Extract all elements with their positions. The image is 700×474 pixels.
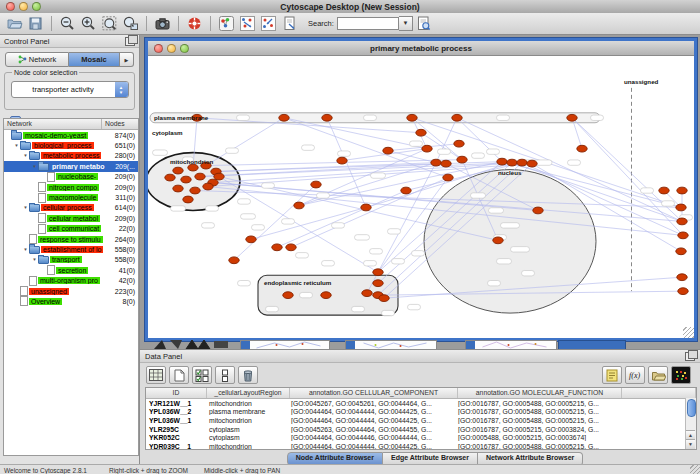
table-row[interactable]: YPL036W__2plasma membrane[GO:0044464, GO… <box>146 408 696 417</box>
app-resize-grip[interactable] <box>690 465 700 474</box>
table-cell[interactable]: [GO:0044464, GO:0044444, GO:0044425, G..… <box>288 417 455 424</box>
expand-arrow-icon[interactable]: ▼ <box>13 143 20 148</box>
column-header[interactable]: annotation.GO CELLULAR_COMPONENT <box>290 388 458 398</box>
network-node[interactable] <box>272 244 282 251</box>
zoom-fit-icon[interactable] <box>100 14 119 33</box>
tree-row[interactable]: ▼cellular process614(0) <box>4 203 138 213</box>
network-canvas[interactable]: plasma membranecytoplasmmitochondrionnuc… <box>148 56 694 338</box>
network-node[interactable] <box>286 244 296 251</box>
network-node[interactable] <box>361 204 371 211</box>
network-node[interactable] <box>279 114 289 121</box>
import-attributes-icon[interactable] <box>648 366 668 384</box>
tree-row[interactable]: cellular metabol209(0) <box>4 213 138 223</box>
network-node[interactable] <box>443 174 453 181</box>
table-cell[interactable]: plasma membrane <box>206 408 288 415</box>
column-header[interactable]: _cellularLayoutRegion <box>207 388 290 398</box>
table-cell[interactable]: [GO:0016787, GO:0005488, GO:0005215, G..… <box>455 408 618 415</box>
tab-mosaic[interactable]: Mosaic <box>69 52 120 67</box>
window-resize-grip[interactable] <box>683 327 694 338</box>
vizmapper-icon[interactable] <box>217 14 236 33</box>
zoom-selected-region-icon[interactable] <box>121 14 140 33</box>
network-node[interactable] <box>441 160 451 167</box>
table-cell[interactable]: YPL036W__1 <box>146 417 206 424</box>
zoom-in-icon[interactable] <box>79 14 98 33</box>
table-cell[interactable]: YDR039C__1 <box>146 443 206 450</box>
network-node[interactable] <box>203 183 213 190</box>
network-node[interactable] <box>493 237 503 244</box>
network-node[interactable] <box>362 290 372 297</box>
network-desktop[interactable]: primary metabolic process plasma membran… <box>140 35 700 349</box>
network-node[interactable] <box>165 174 175 181</box>
network-view-window[interactable]: primary metabolic process plasma membran… <box>145 38 697 341</box>
table-cell[interactable]: YJR121W__1 <box>146 400 206 407</box>
save-session-icon[interactable] <box>26 14 45 33</box>
scroll-down-button[interactable]: ▼ <box>686 439 695 449</box>
table-cell[interactable]: mitochondrion <box>206 400 288 407</box>
attribute-notes-icon[interactable] <box>602 366 622 384</box>
network-node[interactable] <box>677 274 687 281</box>
network-node[interactable] <box>311 181 321 188</box>
network-node[interactable] <box>527 160 537 167</box>
tree-row[interactable]: ▼metabolic process280(0) <box>4 151 138 161</box>
delete-attribute-icon[interactable] <box>238 366 258 384</box>
network-node[interactable] <box>373 269 383 276</box>
table-cell[interactable]: YPL036W__2 <box>146 408 206 415</box>
network-node[interactable] <box>678 288 688 295</box>
network-node[interactable] <box>407 114 417 121</box>
network-node[interactable] <box>416 129 426 136</box>
table-cell[interactable]: [GO:0016787, GO:0005215, GO:0003824, G..… <box>455 426 618 433</box>
region-nucleus[interactable] <box>424 170 596 313</box>
table-cell[interactable]: cytoplasm <box>206 434 288 441</box>
network-node[interactable] <box>322 114 332 121</box>
network-node[interactable] <box>379 295 389 302</box>
tree-row[interactable]: nitrogen compo209(0) <box>4 182 138 192</box>
background-window-thumbnail[interactable] <box>152 340 232 349</box>
table-cell[interactable]: [GO:0045263, GO:0044464, GO:0044455, G..… <box>288 426 455 433</box>
background-window-edge[interactable] <box>558 340 626 349</box>
expand-arrow-icon[interactable]: ▼ <box>22 247 29 252</box>
table-cell[interactable]: [GO:0016787, GO:0005488, GO:0005215, G..… <box>455 443 618 450</box>
expand-arrow-icon[interactable]: ▼ <box>22 153 29 158</box>
search-network-icon[interactable] <box>414 14 433 33</box>
float-panel-icon[interactable] <box>685 352 695 361</box>
network-node[interactable] <box>190 187 200 194</box>
table-row[interactable]: YJR121W__1mitochondrion[GO:0045267, GO:0… <box>146 399 696 408</box>
expand-arrow-icon[interactable]: ▼ <box>31 164 38 169</box>
network-node[interactable] <box>401 187 411 194</box>
tree-row[interactable]: ▼primary metabo209(... <box>4 161 138 171</box>
network-node[interactable] <box>678 232 688 239</box>
network-node[interactable] <box>294 202 304 209</box>
table-row[interactable]: YDR039C__1mitochondrion[GO:0044464, GO:0… <box>146 442 696 450</box>
node-color-dropdown[interactable]: transporter activity ▲▼ <box>11 81 129 98</box>
network-node[interactable] <box>517 159 527 166</box>
column-header[interactable]: ID <box>146 388 207 398</box>
expand-arrow-icon[interactable]: ▼ <box>22 205 29 210</box>
network-node[interactable] <box>181 176 191 183</box>
network-node[interactable] <box>246 236 256 243</box>
table-row[interactable]: YPL036W__1mitochondrion[GO:0044464, GO:0… <box>146 416 696 425</box>
network-node[interactable] <box>457 156 467 163</box>
table-row[interactable]: YKR052Ccytoplasm[GO:0044464, GO:0044446,… <box>146 433 696 442</box>
network-node[interactable] <box>321 292 331 299</box>
network-node[interactable] <box>195 173 205 180</box>
network-node[interactable] <box>676 248 686 255</box>
table-cell[interactable]: mitochondrion <box>206 417 288 424</box>
table-cell[interactable]: [GO:0044464, GO:0044444, GO:0044425, G..… <box>288 443 455 450</box>
table-cell[interactable]: [GO:0045267, GO:0045261, GO:0044464, G..… <box>288 400 455 407</box>
table-cell[interactable]: YKR052C <box>146 434 206 441</box>
table-cell[interactable]: [GO:0016787, GO:0005488, GO:0005215, G..… <box>455 400 618 407</box>
tree-row[interactable]: mosaic-demo-yeast874(0) <box>4 130 138 140</box>
table-cell[interactable]: cytoplasm <box>206 426 288 433</box>
table-row[interactable]: YLR295Ccytoplasm[GO:0045263, GO:0044464,… <box>146 425 696 434</box>
network-node[interactable] <box>383 147 393 154</box>
network-node[interactable] <box>677 218 687 225</box>
network-node[interactable] <box>533 207 543 214</box>
network-node[interactable] <box>507 159 517 166</box>
network-node[interactable] <box>188 164 198 171</box>
column-header[interactable]: annotation.GO MOLECULAR_FUNCTION <box>458 388 622 398</box>
network-node[interactable] <box>283 292 293 299</box>
network-node[interactable] <box>173 185 183 192</box>
help-icon[interactable] <box>185 14 204 33</box>
network-node[interactable] <box>677 187 687 194</box>
tree-row[interactable]: ▼biological_process651(0) <box>4 140 138 150</box>
